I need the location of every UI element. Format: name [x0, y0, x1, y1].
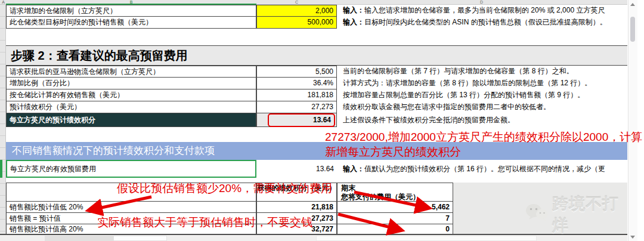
table-row: 按仓储比计算的有效销售额（美元） 181,818 — [6, 89, 337, 101]
step2-row-2-value[interactable]: 36.4% — [256, 78, 337, 89]
table-row: 请求增加的仓储限制（立方英尺） 2,000 — [6, 5, 337, 17]
highlight-row-label[interactable]: 每立方英尺的预计绩效积分 — [6, 113, 256, 127]
header-line1: 期末 — [341, 184, 453, 193]
scenario-header-payment[interactable]: 期末 您将支付的费用（美元） — [337, 183, 453, 202]
step2-row-4-label[interactable]: 预计绩效积分（美元） — [6, 101, 256, 113]
desc-text: 目标时间段内此仓储类型的 ASIN 的预计销售总额（假设已批准提高限制）。 — [364, 18, 607, 26]
input-row-1-desc: 输入：输入您请求增加的仓储容量，最多为当前仓储限制的 20% 或 2,000 立… — [343, 5, 627, 17]
step2-row-1-desc: 当前的仓储限制容量（第 7 行）与请求增加的仓储容量（第 8 行）之和。 — [343, 66, 627, 78]
red-highlight-box — [268, 113, 335, 127]
step2-row-1-value[interactable]: 5,500 — [256, 66, 337, 78]
step2-row-4-value[interactable]: 27,273 — [256, 101, 337, 113]
table-row: 销售额比预计值低 20% 21,818 5,462 — [6, 202, 453, 213]
input-row-1-label[interactable]: 请求增加的仓储限制（立方英尺） — [6, 5, 256, 17]
fee-row-desc: 输入：值默认为您的预计绩效积分（第 16 行）。您可以根据不同的情况，减少（更 — [343, 160, 627, 178]
input-row-2-label[interactable]: 此仓储类型目标时间段的预计销售额（美元） — [6, 17, 256, 29]
input-row-2-desc: 输入：目标时间段内此仓储类型的 ASIN 的预计销售总额（假设已批准提高限制）。 — [343, 17, 627, 29]
scroll-up-icon[interactable] — [630, 3, 635, 6]
row-header-strip[interactable] — [0, 5, 6, 235]
scenario-row-2-payment[interactable]: 7 — [337, 213, 453, 224]
table-row: 此仓储类型目标时间段的预计销售额（美元） 500,000 — [6, 17, 337, 29]
fee-row-value[interactable]: 13.64 — [256, 160, 337, 178]
desc-prefix: 输入： — [343, 6, 364, 14]
desc-text: 输入您请求增加的仓储容量，最多为当前仓储限制的 20% 或 2,000 立方英尺 — [364, 6, 605, 14]
scenario-row-3-payment[interactable]: 0 — [337, 224, 453, 234]
watermark-text: 跨境不打烊 — [552, 193, 632, 236]
highlight-row-desc: 上述假设条件下被绩效积分完全抵消的预留费用金额。 — [343, 113, 627, 127]
step2-row-3-label[interactable]: 按仓储比计算的有效销售额（美元） — [6, 89, 256, 101]
step2-row-2-label[interactable]: 增加比例（百分比） — [6, 78, 256, 89]
horizontal-scroll-thumb[interactable] — [45, 236, 113, 241]
step2-row-4-desc: 绩效积分取该金额与您在请求中指定的预留费用二者中的较低者。 — [343, 101, 627, 113]
watermark: 跨境不打烊 — [525, 203, 632, 227]
fee-row-label-selected-cell[interactable]: 每立方英尺的有效预留费用 — [6, 160, 256, 178]
desc-prefix: 输入： — [343, 18, 364, 26]
column-letter-a[interactable]: A — [1, 0, 6, 5]
spreadsheet: A B C D 请求增加的仓储限制（立方英尺） 2,000 输入：输入您请求增加… — [0, 0, 644, 241]
selected-row-indicator — [0, 160, 2, 178]
step2-row-3-value[interactable]: 181,818 — [256, 89, 337, 101]
step2-row-1-label[interactable]: 请求获批后的亚马逊物流仓储限制（立方英尺） — [6, 66, 256, 78]
annotation-low-sales: 假设比预估销售额少20%，需要补交的费用 — [117, 181, 332, 196]
input-row-1-value-cell[interactable]: 2,000 — [256, 5, 337, 17]
header-line2: 您将支付的费用（美元） — [341, 193, 453, 202]
scenario-row-1-payment[interactable]: 5,462 — [337, 202, 453, 213]
step2-row-2-desc: 计算方式为：请求增加的容量（第 8 行）除以增加后的限制总量（第 12 行）。 — [343, 78, 627, 89]
step2-section-header: 步骤 2：查看建议的最高预留费用 — [6, 45, 627, 66]
annotation-formula: 27273/2000,增加2000立方英尺产生的绩效积分除以2000，计算 — [325, 129, 642, 145]
wechat-icon — [525, 203, 549, 227]
desc-text: 值默认为您的预计绩效积分（第 16 行）。您可以根据不同的情况，减少（更 — [364, 165, 605, 173]
sheet-tab-area[interactable] — [316, 236, 537, 241]
scenario-row-1-label[interactable]: 销售额比预计值低 20% — [6, 202, 256, 213]
table-row: 增加比例（百分比） 36.4% — [6, 78, 337, 89]
column-letter-d[interactable]: D — [337, 0, 626, 5]
step2-row-3-desc: 按增加容量占限制总量的百分比（第 13 行）分配的预计销售额（第 9 行）。 — [343, 89, 627, 101]
table-row: 请求获批后的亚马逊物流仓储限制（立方英尺） 5,500 — [6, 66, 337, 78]
scenario-row-1-points[interactable]: 21,818 — [256, 202, 337, 213]
annotation-equal-sales: 实际销售额大于等于预估销售时，不要交钱 — [97, 215, 312, 230]
vertical-scroll-thumb[interactable] — [630, 17, 635, 42]
column-letter-c[interactable]: C — [256, 0, 337, 5]
input-row-2-value-cell[interactable]: 500,000 — [256, 17, 337, 29]
sheet-tab[interactable] — [113, 236, 167, 241]
annotation-formula-line2: 新增每立方英尺的绩效积分 — [325, 144, 461, 160]
table-row: 预计绩效积分（美元） 27,273 — [6, 101, 337, 113]
desc-prefix: 输入： — [343, 165, 364, 173]
